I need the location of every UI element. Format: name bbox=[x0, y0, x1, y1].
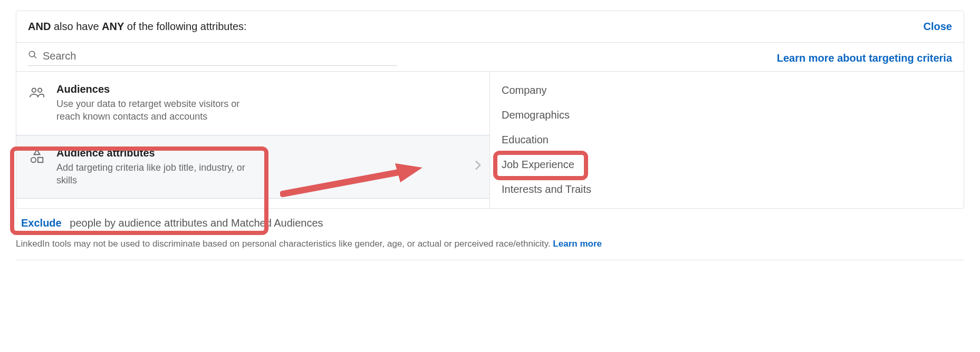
disclaimer: LinkedIn tools may not be used to discri… bbox=[16, 233, 964, 260]
close-button[interactable]: Close bbox=[924, 21, 952, 33]
svg-point-0 bbox=[32, 89, 36, 93]
exclude-link[interactable]: Exclude bbox=[21, 217, 62, 229]
subcategory-column: Company Demographics Education Job Exper… bbox=[490, 72, 964, 208]
header-mid1: also have bbox=[51, 21, 102, 32]
header-rest: of the following attributes: bbox=[124, 21, 246, 32]
search-icon bbox=[28, 50, 37, 62]
exclude-text: people by audience attributes and Matche… bbox=[70, 217, 323, 229]
search-wrap[interactable] bbox=[28, 50, 397, 66]
targeting-panel: AND also have ANY of the following attri… bbox=[16, 11, 964, 209]
category-audiences-title: Audiences bbox=[56, 83, 252, 95]
category-audiences[interactable]: Audiences Use your data to retarget webs… bbox=[16, 72, 489, 135]
subcategory-job-experience[interactable]: Job Experience bbox=[490, 152, 964, 177]
svg-marker-2 bbox=[34, 149, 40, 154]
category-attributes[interactable]: Audience attributes Add targeting criter… bbox=[16, 135, 489, 199]
panel-header: AND also have ANY of the following attri… bbox=[16, 11, 964, 43]
category-attributes-title: Audience attributes bbox=[56, 147, 252, 159]
header-and: AND bbox=[28, 21, 51, 32]
learn-more-targeting-link[interactable]: Learn more about targeting criteria bbox=[777, 52, 952, 64]
columns: Audiences Use your data to retarget webs… bbox=[16, 71, 964, 208]
subcategory-interests-traits[interactable]: Interests and Traits bbox=[490, 177, 964, 202]
people-icon bbox=[28, 84, 46, 100]
category-attributes-desc: Add targeting criteria like job title, i… bbox=[56, 161, 252, 187]
subcategory-demographics[interactable]: Demographics bbox=[490, 103, 964, 128]
subcategory-company[interactable]: Company bbox=[490, 78, 964, 103]
disclaimer-text: LinkedIn tools may not be used to discri… bbox=[16, 239, 553, 249]
svg-point-3 bbox=[31, 157, 36, 162]
shapes-icon bbox=[28, 148, 46, 164]
search-row: Learn more about targeting criteria bbox=[16, 43, 964, 71]
header-any: ANY bbox=[102, 21, 124, 32]
exclude-row: Exclude people by audience attributes an… bbox=[16, 209, 964, 233]
header-text: AND also have ANY of the following attri… bbox=[28, 21, 247, 33]
search-input[interactable] bbox=[43, 50, 397, 62]
category-audiences-desc: Use your data to retarget website visito… bbox=[56, 97, 252, 123]
svg-point-1 bbox=[38, 89, 42, 93]
disclaimer-learn-more-link[interactable]: Learn more bbox=[553, 239, 602, 249]
svg-rect-4 bbox=[38, 157, 43, 162]
chevron-right-icon bbox=[475, 160, 481, 173]
category-column: Audiences Use your data to retarget webs… bbox=[16, 72, 490, 208]
subcategory-education[interactable]: Education bbox=[490, 128, 964, 152]
